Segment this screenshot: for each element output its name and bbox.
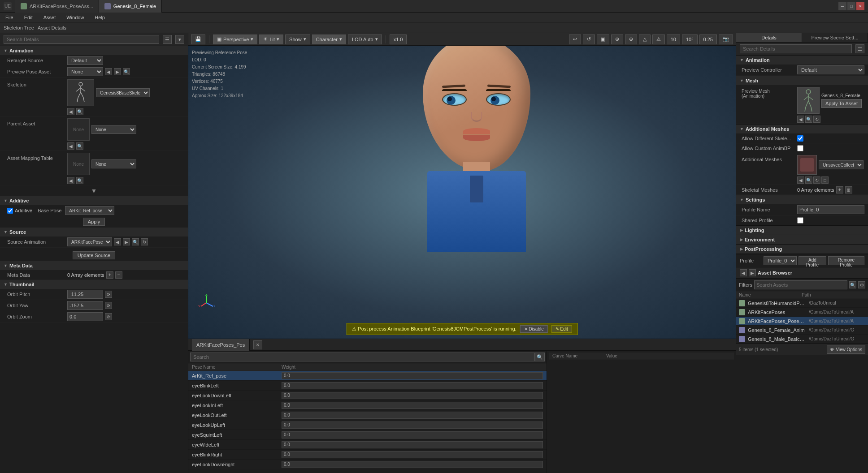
pose-row-3[interactable]: eyeLookInLeft 0.0 (188, 400, 547, 410)
pose-row-6[interactable]: eyeSquintLeft 0.0 (188, 430, 547, 440)
source-anim-search-btn[interactable]: 🔍 (132, 238, 139, 245)
rp-allow-custom-animbp-checkbox[interactable] (797, 145, 803, 151)
minimize-button[interactable]: ─ (838, 2, 846, 10)
orbit-zoom-input[interactable] (67, 312, 103, 321)
vp-action1[interactable]: ↩ (569, 34, 581, 44)
disable-button[interactable]: ✕ Disable (520, 325, 548, 333)
view-options-icon[interactable]: ☰ (163, 35, 172, 44)
profile-dropdown[interactable]: Profile_0 (764, 256, 797, 265)
menu-help[interactable]: Help (93, 14, 107, 21)
lod-auto-btn[interactable]: LOD Auto ▾ (348, 34, 382, 44)
vp-action6[interactable]: △ (639, 34, 651, 44)
expand-icon[interactable]: ▼ (91, 187, 97, 194)
pose-row-9[interactable]: eyeLookDownRight 0.0 (188, 460, 547, 469)
rp-mesh-back-btn[interactable]: ◀ (797, 116, 804, 123)
menu-window[interactable]: Window (65, 14, 86, 21)
base-pose-dropdown[interactable]: ARKit_Ref_pose (65, 206, 114, 215)
source-anim-next-btn[interactable]: ▶ (123, 238, 130, 245)
zoom-btn[interactable]: x1.0 (390, 34, 407, 44)
character-btn[interactable]: Character ▾ (312, 34, 346, 44)
edit-button[interactable]: ✎ Edit (551, 325, 572, 333)
rp-animation-header[interactable]: ▼ Animation (736, 56, 868, 64)
rp-additional-meshes-header[interactable]: ▼ Additional Meshes (736, 125, 868, 133)
apply-button[interactable]: Apply (83, 218, 105, 226)
show-btn[interactable]: Show ▾ (285, 34, 310, 44)
rp-add-mesh-edit-btn[interactable]: ↻ (813, 176, 820, 184)
pose-row-1[interactable]: eyeBlinkLeft 0.0 (188, 381, 547, 391)
pose-weight-bar-4[interactable]: 0.0 (282, 412, 543, 419)
orbit-pitch-spinner[interactable]: ⟳ (105, 291, 112, 298)
source-anim-prev-btn[interactable]: ◀ (114, 238, 121, 245)
ab-row-2[interactable]: ARKitFacePoses_PoseAsset /Game/DazToUnre… (736, 317, 868, 326)
parent-asset-prev-btn[interactable]: ◀ (67, 142, 74, 150)
retarget-source-dropdown[interactable]: Default (67, 56, 103, 65)
orbit-yaw-input[interactable] (67, 301, 103, 310)
source-animation-dropdown[interactable]: ARKitFacePoses (67, 237, 112, 246)
rp-environment-header[interactable]: ▶ Environment (736, 235, 868, 244)
vp-camera[interactable]: 📷 (719, 34, 733, 44)
asset-mapping-dropdown[interactable]: None (91, 159, 136, 168)
rp-mesh-header[interactable]: ▼ Mesh (736, 76, 868, 85)
orbit-pitch-input[interactable] (67, 290, 103, 299)
pose-weight-bar-2[interactable]: 0.0 (282, 392, 543, 399)
pose-row-4[interactable]: eyeLookOutLeft 0.0 (188, 410, 547, 420)
pose-tab-close[interactable]: ✕ (253, 340, 262, 349)
maximize-button[interactable]: □ (847, 2, 855, 10)
ab-row-3[interactable]: Genesis_8_Female_Anim /Game/DazToUnreal/… (736, 326, 868, 335)
ab-row-1[interactable]: ARKitFacePoses /Game/DazToUnreal/A (736, 308, 868, 317)
pose-search-input[interactable] (190, 353, 535, 361)
rp-add-mesh-back-btn[interactable]: ◀ (797, 176, 804, 184)
rp-allow-diff-skel-checkbox[interactable] (797, 135, 803, 142)
right-search-details-input[interactable] (740, 44, 852, 53)
pose-weight-bar-5[interactable]: 0.0 (282, 421, 543, 429)
right-tab-preview-scene[interactable]: Preview Scene Sett... (802, 33, 868, 42)
pose-weight-bar-6[interactable]: 0.0 (282, 431, 543, 439)
ab-forward-btn[interactable]: ▶ (749, 269, 756, 276)
rp-add-mesh-find-btn[interactable]: 🔍 (805, 176, 812, 184)
pose-row-8[interactable]: eyeBlinkRight 0.0 (188, 450, 547, 460)
pose-weight-bar-0[interactable]: 0.0 (282, 372, 543, 379)
menu-edit[interactable]: Edit (22, 14, 35, 21)
rp-add-mesh-new-btn[interactable]: □ (821, 176, 829, 184)
ab-search-btn[interactable]: 🔍 (849, 281, 856, 288)
pose-weight-bar-7[interactable]: 0.0 (282, 441, 543, 448)
skeleton-search-btn[interactable]: 🔍 (76, 108, 83, 115)
apply-to-asset-button[interactable]: Apply To Asset (821, 99, 862, 108)
rp-mesh-find-btn[interactable]: 🔍 (805, 116, 812, 123)
pose-row-2[interactable]: eyeLookDownLeft 0.0 (188, 391, 547, 400)
pose-row-7[interactable]: eyeWideLeft 0.0 (188, 440, 547, 450)
pose-weight-bar-1[interactable]: 0.0 (282, 382, 543, 389)
rp-settings-header[interactable]: ▼ Settings (736, 195, 868, 204)
vp-action7[interactable]: ⚠ (652, 34, 665, 44)
skeleton-prev-btn[interactable]: ◀ (67, 108, 74, 115)
rp-postprocessing-header[interactable]: ▶ PostProcessing (736, 245, 868, 254)
vp-action5[interactable]: ⊕ (625, 34, 637, 44)
asset-mapping-prev-btn[interactable]: ◀ (67, 177, 74, 184)
rp-skeletal-meshes-remove-btn[interactable]: 🗑 (845, 186, 852, 194)
add-profile-button[interactable]: Add Profile (799, 256, 826, 265)
rp-mesh-refresh-btn[interactable]: ↻ (813, 116, 820, 123)
pose-row-5[interactable]: eyeLookUpLeft 0.0 (188, 420, 547, 430)
thumbnail-section-header[interactable]: ▼ Thumbnail (0, 280, 188, 289)
meta-data-add-btn[interactable]: + (106, 271, 113, 279)
rp-profile-name-input[interactable] (797, 205, 864, 214)
filter-icon[interactable]: ▾ (175, 35, 184, 44)
preview-pose-search-btn[interactable]: 🔍 (123, 68, 130, 75)
search-details-input[interactable] (4, 35, 159, 44)
preview-pose-prev-btn[interactable]: ◀ (105, 68, 112, 75)
pose-row-0[interactable]: ArKit_Ref_pose 0.0 (188, 371, 547, 381)
update-source-button[interactable]: Update Source (73, 251, 115, 259)
ab-row-0[interactable]: Genesis8ToHumanoidPose /DazToUnreal (736, 299, 868, 308)
rp-preview-controller-dropdown[interactable]: Default (797, 65, 864, 74)
parent-asset-dropdown[interactable]: None (91, 125, 136, 134)
preview-pose-asset-dropdown[interactable]: None (67, 67, 103, 76)
asset-details-link[interactable]: Asset Details (38, 25, 66, 30)
meta-data-section-header[interactable]: ▼ Meta Data (0, 261, 188, 270)
vp-snap-grid[interactable]: 10 (667, 34, 680, 44)
parent-asset-search-btn[interactable]: 🔍 (76, 142, 83, 150)
close-button[interactable]: ✕ (856, 2, 864, 10)
vp-snap-angle[interactable]: 10° (682, 34, 698, 44)
menu-file[interactable]: File (4, 14, 15, 21)
pose-weight-bar-8[interactable]: 0.0 (282, 451, 543, 458)
ab-search-input[interactable] (754, 280, 847, 289)
